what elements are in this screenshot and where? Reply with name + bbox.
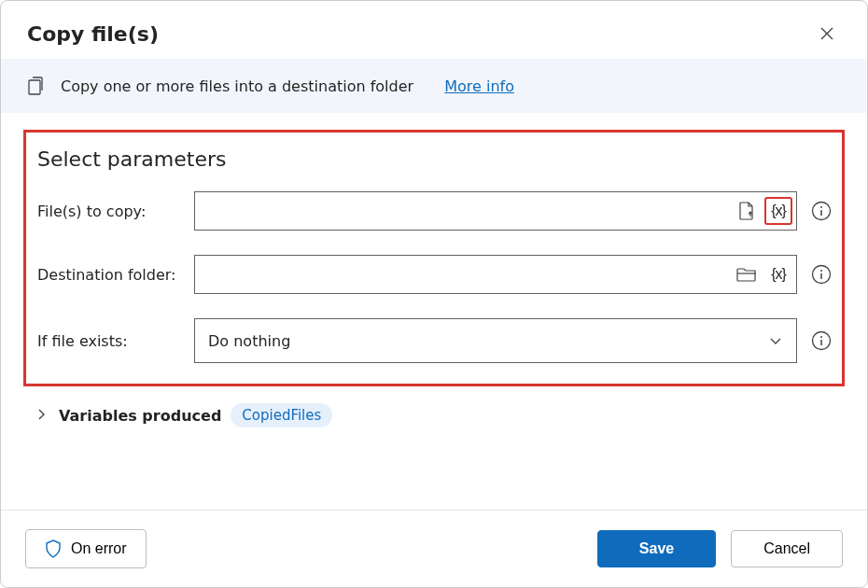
destination-folder-label: Destination folder: <box>37 266 194 284</box>
info-icon <box>811 201 832 221</box>
info-icon <box>811 264 832 285</box>
chevron-right-icon <box>36 409 49 422</box>
if-file-exists-value: Do nothing <box>208 332 290 350</box>
variable-chip-copiedfiles[interactable]: CopiedFiles <box>231 403 332 427</box>
variable-icon: {x} <box>771 266 786 283</box>
destination-folder-info[interactable] <box>810 263 833 286</box>
select-folder-button[interactable] <box>733 260 761 288</box>
if-file-exists-label: If file exists: <box>37 332 194 350</box>
row-destination-folder: Destination folder: {x} <box>37 255 833 294</box>
files-to-copy-label: File(s) to copy: <box>37 203 194 220</box>
info-icon <box>811 330 832 351</box>
files-to-copy-info[interactable] <box>810 200 833 222</box>
svg-rect-0 <box>29 80 40 94</box>
dialog-header: Copy file(s) <box>1 1 867 59</box>
copy-files-dialog: Copy file(s) Copy one or more files into… <box>0 0 868 588</box>
file-picker-icon <box>738 202 755 220</box>
shield-icon <box>45 539 62 558</box>
if-file-exists-info[interactable] <box>810 329 833 352</box>
variables-produced-label: Variables produced <box>59 407 221 425</box>
close-icon <box>819 26 834 41</box>
if-file-exists-select[interactable]: Do nothing <box>194 318 797 363</box>
chevron-down-icon <box>768 333 783 348</box>
save-button[interactable]: Save <box>597 530 716 567</box>
svg-point-2 <box>820 206 822 208</box>
variable-icon: {x} <box>771 203 786 219</box>
svg-point-4 <box>820 270 822 272</box>
destination-folder-input[interactable] <box>195 256 733 293</box>
select-file-button[interactable] <box>733 197 761 225</box>
on-error-label: On error <box>71 540 127 557</box>
cancel-button[interactable]: Cancel <box>731 530 843 567</box>
row-files-to-copy: File(s) to copy: {x} <box>37 191 833 231</box>
footer-right: Save Cancel <box>597 530 843 567</box>
copy-files-icon <box>27 76 48 96</box>
close-button[interactable] <box>813 20 841 48</box>
files-to-copy-input[interactable] <box>195 192 733 230</box>
dialog-footer: On error Save Cancel <box>1 510 867 587</box>
insert-variable-button-dest[interactable]: {x} <box>764 260 792 288</box>
files-to-copy-input-wrap: {x} <box>194 191 797 231</box>
insert-variable-button[interactable]: {x} <box>764 197 792 225</box>
row-if-file-exists: If file exists: Do nothing <box>37 318 833 363</box>
on-error-button[interactable]: On error <box>25 529 147 568</box>
info-banner: Copy one or more files into a destinatio… <box>1 59 867 113</box>
destination-folder-input-wrap: {x} <box>194 255 797 294</box>
more-info-link[interactable]: More info <box>444 77 514 95</box>
parameters-section: Select parameters File(s) to copy: {x} <box>23 130 845 386</box>
dialog-body: Select parameters File(s) to copy: {x} <box>1 113 867 510</box>
banner-text: Copy one or more files into a destinatio… <box>61 77 413 95</box>
variables-produced-row[interactable]: Variables produced CopiedFiles <box>23 386 845 444</box>
section-title: Select parameters <box>37 147 833 171</box>
folder-picker-icon <box>736 266 757 283</box>
dialog-title: Copy file(s) <box>27 22 159 46</box>
svg-point-6 <box>820 336 822 338</box>
